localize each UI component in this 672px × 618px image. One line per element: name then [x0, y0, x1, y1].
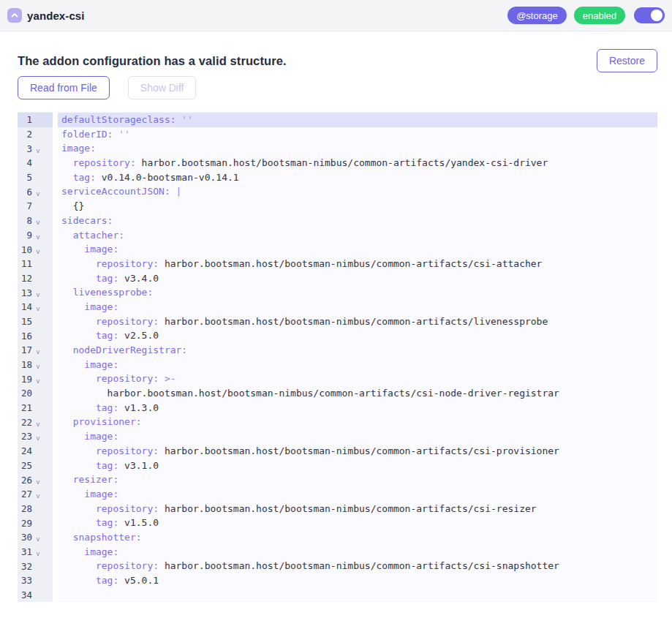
code-line[interactable]: provisioner: — [58, 415, 657, 429]
code-line[interactable]: repository: harbor.bootsman.host/bootsma… — [58, 559, 657, 573]
yaml-token-k: repository: — [61, 503, 159, 514]
fold-toggle-icon[interactable]: v — [32, 550, 44, 557]
code-line[interactable]: attacher: — [58, 228, 657, 243]
yaml-token-k: folderID: — [61, 129, 113, 140]
yaml-token-k: repository: — [61, 258, 159, 269]
yaml-token-k: image: — [61, 301, 118, 312]
gutter-gap — [53, 112, 58, 602]
yaml-token-b: | — [170, 186, 182, 197]
code-line[interactable]: image: — [58, 358, 657, 372]
gutter-line: 26v — [18, 472, 53, 487]
line-number: 25 — [18, 460, 32, 471]
code-line[interactable]: repository: harbor.bootsman.host/bootsma… — [58, 444, 657, 459]
code-line[interactable]: repository: harbor.bootsman.host/bootsma… — [58, 314, 657, 329]
yaml-editor[interactable]: 123v456v78v9v10v111213v14v151617v18v19v2… — [18, 112, 657, 602]
gutter-line: 13v — [18, 285, 53, 300]
code-line[interactable]: harbor.bootsman.host/bootsman-nimbus/com… — [58, 386, 657, 401]
yaml-token-k: image: — [61, 489, 118, 500]
collapse-button[interactable] — [7, 8, 22, 23]
status-row: The addon configuration has a valid stru… — [18, 49, 657, 72]
gutter-line: 18v — [18, 358, 53, 372]
code-line[interactable]: image: — [58, 300, 657, 314]
editor-code-area[interactable]: defaultStorageclass: ''folderID: ''image… — [58, 112, 657, 602]
line-number: 8 — [18, 215, 32, 226]
code-line[interactable]: image: — [58, 242, 657, 257]
code-line[interactable]: tag: v5.0.1 — [58, 573, 657, 588]
code-line[interactable]: tag: v3.1.0 — [58, 459, 657, 473]
code-line[interactable]: image: — [58, 429, 657, 444]
code-line[interactable]: tag: v2.5.0 — [58, 328, 657, 343]
fold-toggle-icon[interactable]: v — [32, 291, 44, 298]
line-number: 27 — [18, 489, 32, 500]
gutter-line: 11 — [18, 257, 53, 271]
fold-toggle-icon[interactable]: v — [32, 478, 44, 486]
fold-toggle-icon[interactable]: v — [32, 535, 44, 543]
code-line[interactable]: livenessprobe: — [58, 285, 657, 300]
gutter-line: 14v — [18, 300, 53, 314]
yaml-token-v: {} — [61, 200, 84, 211]
code-line[interactable]: sidecars: — [58, 214, 657, 228]
yaml-token-v: v2.5.0 — [118, 330, 159, 341]
yaml-token-v: harbor.bootsman.host/bootsman-nimbus/com… — [159, 258, 542, 269]
fold-toggle-icon[interactable]: v — [32, 348, 44, 355]
yaml-token-v: harbor.bootsman.host/bootsman-nimbus/com… — [159, 503, 537, 514]
fold-toggle-icon[interactable]: v — [32, 492, 44, 500]
code-line[interactable]: repository: >- — [58, 372, 657, 386]
restore-button[interactable]: Restore — [597, 49, 657, 72]
fold-toggle-icon[interactable]: v — [32, 421, 44, 428]
code-line[interactable]: repository: harbor.bootsman.host/bootsma… — [58, 502, 657, 516]
line-number: 19 — [18, 374, 32, 385]
line-number: 1 — [18, 114, 32, 125]
code-line[interactable]: tag: v1.5.0 — [58, 516, 657, 530]
gutter-line: 3v — [18, 141, 53, 156]
gutter-line: 29 — [18, 516, 53, 530]
gutter-line: 9v — [18, 228, 53, 243]
yaml-token-k: repository: — [61, 157, 136, 168]
yaml-token-k: image: — [61, 359, 118, 370]
enable-toggle[interactable] — [634, 7, 665, 23]
code-line[interactable]: snapshotter: — [58, 530, 657, 545]
yaml-token-k: serviceAccountJSON: — [61, 186, 170, 197]
editor-gutter: 123v456v78v9v10v111213v14v151617v18v19v2… — [18, 112, 53, 602]
yaml-token-k: sidecars: — [61, 215, 113, 226]
line-number: 34 — [18, 589, 32, 600]
code-line[interactable]: repository: harbor.bootsman.host/bootsma… — [58, 257, 657, 271]
fold-toggle-icon[interactable]: v — [32, 219, 44, 226]
code-line[interactable]: repository: harbor.bootsman.host/bootsma… — [58, 156, 657, 170]
fold-toggle-icon[interactable]: v — [32, 434, 44, 442]
code-line[interactable]: resizer: — [58, 472, 657, 487]
code-line[interactable]: folderID: '' — [58, 127, 657, 142]
yaml-token-k: repository: — [61, 316, 159, 327]
gutter-line: 19v — [18, 372, 53, 386]
code-line[interactable]: image: — [58, 487, 657, 502]
code-line[interactable]: defaultStorageclass: '' — [58, 113, 657, 127]
code-line[interactable]: tag: v3.4.0 — [58, 271, 657, 286]
code-line[interactable]: serviceAccountJSON: | — [58, 184, 657, 199]
code-line[interactable]: tag: v0.14.0-bootsman-v0.14.1 — [58, 170, 657, 185]
code-line[interactable]: nodeDriverRegistrar: — [58, 343, 657, 358]
yaml-token-k: repository: — [61, 560, 159, 571]
fold-toggle-icon[interactable]: v — [32, 190, 44, 197]
line-number: 11 — [18, 258, 32, 269]
fold-toggle-icon[interactable]: v — [32, 233, 44, 241]
fold-toggle-icon[interactable]: v — [32, 363, 44, 370]
module-config-panel: yandex-csi @storage enabled The addon co… — [0, 0, 672, 618]
gutter-line: 28 — [18, 502, 53, 516]
fold-toggle-icon[interactable]: v — [32, 377, 44, 385]
fold-toggle-icon[interactable]: v — [32, 147, 44, 154]
yaml-token-k: tag: — [61, 273, 118, 284]
line-number: 23 — [18, 431, 32, 442]
fold-toggle-icon[interactable]: v — [32, 248, 44, 255]
read-from-file-button[interactable]: Read from File — [18, 76, 110, 99]
yaml-token-k: provisioner: — [61, 416, 142, 427]
code-line[interactable]: {} — [58, 199, 657, 214]
code-line[interactable]: image: — [58, 545, 657, 559]
code-line[interactable]: image: — [58, 141, 657, 156]
yaml-token-k: tag: — [61, 330, 118, 341]
code-line[interactable]: tag: v1.3.0 — [58, 401, 657, 415]
fold-toggle-icon[interactable]: v — [32, 305, 44, 312]
yaml-token-v: harbor.bootsman.host/bootsman-nimbus/com… — [159, 560, 559, 571]
yaml-token-v: v3.4.0 — [118, 273, 159, 284]
yaml-token-v: v5.0.1 — [118, 575, 159, 586]
code-line[interactable] — [58, 588, 657, 602]
